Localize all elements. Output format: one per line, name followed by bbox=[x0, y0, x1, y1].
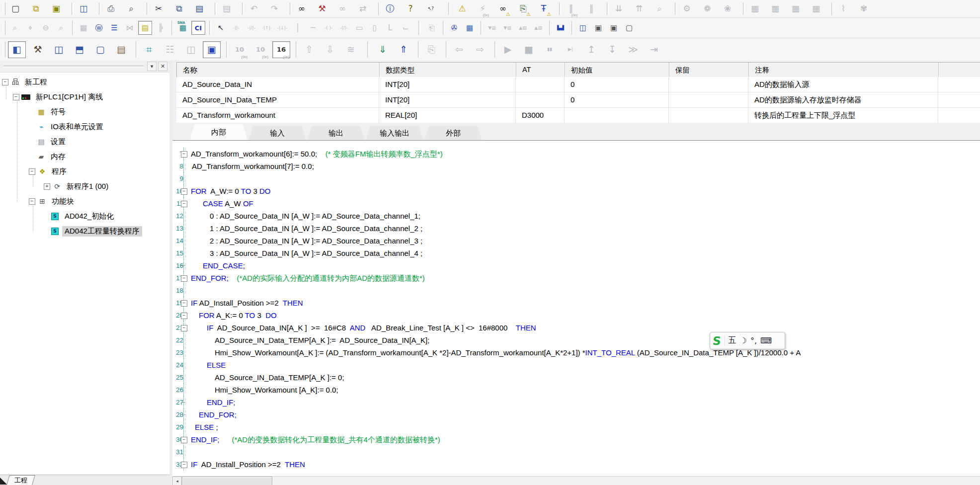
scope-tab-outputs[interactable]: 输出 bbox=[307, 126, 365, 140]
ime-keyboard-button[interactable]: ⌨ bbox=[760, 336, 772, 345]
cell-extra[interactable] bbox=[938, 108, 980, 123]
cell-comment[interactable]: AD的数据输入源 bbox=[748, 77, 938, 92]
workspace-close-button[interactable]: ✕ bbox=[158, 62, 167, 71]
fb-online-transfer-button[interactable]: ⇑ bbox=[395, 41, 412, 58]
col-header-comment[interactable]: 注释 bbox=[749, 63, 939, 78]
workspace-menu-button[interactable]: ▾ bbox=[147, 62, 157, 71]
col-header-retain[interactable]: 保留 bbox=[669, 63, 749, 78]
program-check-button[interactable]: ∞⚠ bbox=[495, 1, 510, 16]
cell-at[interactable]: D3000 bbox=[516, 108, 565, 123]
collapse-icon[interactable]: − bbox=[29, 198, 35, 205]
symbol-view-button[interactable]: ▣ bbox=[607, 21, 621, 35]
cell-retain[interactable] bbox=[669, 77, 748, 92]
fb-online-edit-button[interactable]: ⇓ bbox=[374, 41, 392, 58]
cut-button[interactable]: ✂ bbox=[151, 1, 166, 16]
col-header-data-type[interactable]: 数据类型 bbox=[380, 63, 516, 78]
expand-icon[interactable]: + bbox=[44, 183, 50, 190]
workspace-grip[interactable] bbox=[3, 66, 144, 68]
fb-transfer-button[interactable]: ✇ bbox=[447, 21, 461, 35]
fold-collapse-button[interactable]: − bbox=[181, 201, 187, 207]
workspace-toggle-button[interactable]: ◧ bbox=[8, 41, 26, 58]
toolbar-grip[interactable] bbox=[2, 2, 5, 15]
compile-button[interactable]: ⚠ bbox=[455, 1, 470, 16]
scope-tab-externals[interactable]: 外部 bbox=[424, 126, 482, 140]
cell-extra[interactable] bbox=[938, 77, 980, 92]
scope-tab-inputs[interactable]: 输入 bbox=[248, 126, 306, 140]
tree-item-memory[interactable]: ▰内存 bbox=[0, 149, 169, 164]
scroll-left-button[interactable]: ◂ bbox=[172, 477, 182, 485]
cell-name[interactable]: AD_Source_IN_Data_TEMP bbox=[176, 92, 379, 107]
cross-reference-button[interactable]: ⬒ bbox=[71, 41, 88, 58]
cell-comment[interactable]: AD的数据源输入存放监时存储器 bbox=[748, 92, 938, 107]
st-code-editor[interactable]: 7−AD_Transform_workamount[6]:= 50.0; (* … bbox=[172, 140, 980, 485]
collapse-icon[interactable]: − bbox=[13, 94, 19, 100]
col-header-at[interactable]: AT bbox=[516, 63, 565, 78]
context-help-button[interactable]: ↖? bbox=[423, 1, 438, 16]
cell-initial-value[interactable]: 0 bbox=[565, 92, 669, 107]
address-reference-button[interactable]: ▢ bbox=[91, 41, 109, 58]
fold-collapse-button[interactable]: − bbox=[181, 300, 187, 307]
scrollbar-track[interactable] bbox=[272, 477, 980, 485]
toolbar-grip[interactable] bbox=[2, 42, 5, 58]
cell-name[interactable]: AD_Source_Data_IN bbox=[176, 77, 379, 92]
fold-collapse-button[interactable]: − bbox=[181, 325, 187, 331]
cell-at[interactable] bbox=[516, 77, 565, 92]
tab-project[interactable]: 工程 bbox=[6, 475, 35, 485]
tree-item-programs[interactable]: −❖程序 bbox=[0, 164, 169, 179]
toolbar-grip[interactable] bbox=[2, 21, 5, 35]
project-tree[interactable]: −品新工程−新PLC1[CP1H] 离线▦符号⌁IO表和单元设置▤设置▰内存−❖… bbox=[0, 73, 169, 475]
cell-initial-value[interactable]: 0 bbox=[565, 77, 669, 92]
tree-item-symbols[interactable]: ▦符号 bbox=[0, 104, 169, 119]
find-button[interactable]: ∞ bbox=[294, 1, 309, 16]
collapse-icon[interactable]: − bbox=[2, 79, 8, 85]
rung-annotation-button[interactable]: ☰ bbox=[107, 21, 121, 35]
symbol-bar-button[interactable]: ▤ bbox=[138, 21, 152, 35]
scope-tab-in-out[interactable]: 输入输出 bbox=[366, 126, 423, 140]
online-edit-check-button[interactable]: Ŧ⚠ bbox=[536, 1, 551, 16]
save-button[interactable]: ▣ bbox=[49, 1, 64, 16]
ime-fullwidth-indicator[interactable]: ☽ bbox=[740, 336, 747, 345]
properties-button[interactable]: ▤ bbox=[112, 41, 130, 58]
fold-collapse-button[interactable]: − bbox=[181, 188, 187, 195]
ime-logo-icon[interactable]: S bbox=[712, 334, 722, 347]
scope-tab-internals[interactable]: 内部 bbox=[190, 124, 247, 140]
print-preview-button[interactable]: ⌕ bbox=[124, 1, 139, 16]
tree-item-fb-ad042-init[interactable]: SAD042_初始化 bbox=[0, 209, 169, 224]
col-header-initial-value[interactable]: 初始值 bbox=[565, 63, 669, 78]
search-in-project-button[interactable]: ◫ bbox=[76, 1, 91, 16]
cell-retain[interactable] bbox=[669, 108, 748, 123]
tree-item-function-blocks[interactable]: −⊞功能块 bbox=[0, 194, 169, 209]
open-file-button[interactable]: ⧉ bbox=[28, 1, 43, 16]
monitor-hex-button[interactable]: 16(0n) bbox=[272, 41, 290, 58]
col-header-name[interactable]: 名称 bbox=[177, 63, 380, 78]
fold-collapse-button[interactable]: − bbox=[181, 313, 187, 319]
insert-symbol-button[interactable]: ⌗ bbox=[140, 41, 158, 58]
col-header-extra[interactable] bbox=[939, 63, 980, 78]
cell-comment[interactable]: 转换后的工程量上下限_浮点型 bbox=[748, 108, 938, 123]
paste-button[interactable]: ▤ bbox=[192, 1, 207, 16]
section-check-button[interactable]: ⎘⚠ bbox=[516, 1, 531, 16]
print-button[interactable]: ⎙ bbox=[103, 1, 118, 16]
tree-item-new-project[interactable]: −品新工程 bbox=[0, 75, 169, 89]
differential-monitor-button[interactable]: ▙▟ bbox=[554, 21, 568, 35]
cell-initial-value[interactable] bbox=[565, 108, 669, 123]
fb-library-button[interactable]: ▦ bbox=[463, 21, 477, 35]
collapse-icon[interactable]: − bbox=[29, 168, 35, 175]
watch-window-button[interactable]: ◫ bbox=[50, 41, 68, 58]
new-file-button[interactable]: ▢ bbox=[8, 1, 23, 16]
mnemonic-view-button[interactable]: ▣ bbox=[591, 21, 605, 35]
cell-data-type[interactable]: INT[20] bbox=[379, 92, 516, 107]
tree-item-settings[interactable]: ▤设置 bbox=[0, 134, 169, 149]
info-button[interactable]: ⓘ bbox=[383, 1, 398, 16]
cell-data-type[interactable]: INT[20] bbox=[379, 77, 516, 92]
tree-item-io-table[interactable]: ⌁IO表和单元设置 bbox=[0, 119, 169, 134]
cell-name[interactable]: AD_Transform_workamount bbox=[176, 108, 379, 123]
fold-collapse-button[interactable]: − bbox=[181, 437, 187, 443]
show-comments-button[interactable]: ⓦ bbox=[92, 21, 106, 35]
cell-extra[interactable] bbox=[938, 92, 980, 107]
copy-button[interactable]: ⧉ bbox=[171, 1, 186, 16]
tree-item-new-program-1[interactable]: +⟳新程序1 (00) bbox=[0, 179, 169, 194]
cell-data-type[interactable]: REAL[20] bbox=[379, 108, 516, 123]
output-window-button[interactable]: ⚒ bbox=[29, 41, 47, 58]
ime-punctuation-indicator[interactable]: °, bbox=[750, 336, 757, 345]
